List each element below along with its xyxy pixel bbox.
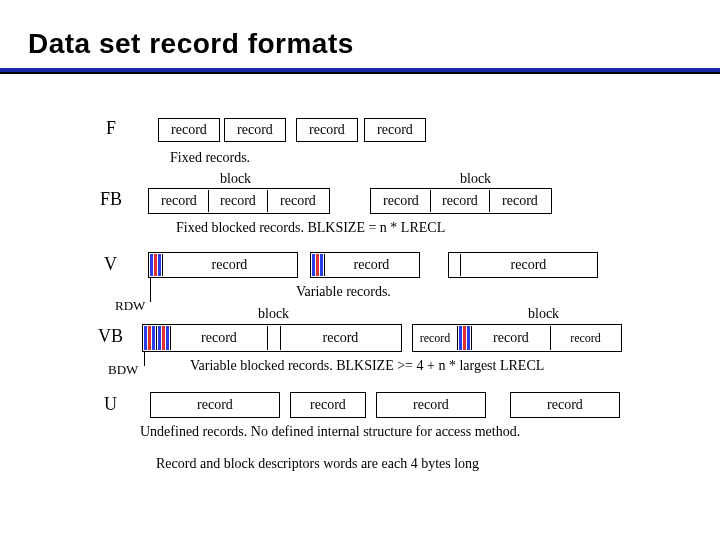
vb-b2-sep-a [457, 326, 458, 350]
vb-rdw-blue-1b [166, 326, 169, 350]
fb-block-label-2: block [460, 171, 491, 187]
fb-b1-record-2: record [209, 190, 267, 212]
vb-b2-record-b: record [472, 326, 550, 350]
bdw-connector [144, 352, 145, 366]
rdw-connector [150, 278, 151, 302]
vb-rdw-blue-1a [158, 326, 161, 350]
vb-block-label-1: block [258, 306, 289, 322]
fb-b2-record-1: record [372, 190, 430, 212]
v-rdw-blue-1a [150, 254, 153, 276]
vb-bdw-blue-1a [144, 326, 147, 350]
vb-b1-record-1: record [171, 326, 267, 350]
label-fb: FB [100, 189, 122, 210]
fb-b1-record-3: record [268, 190, 328, 212]
vb-rdw-red-1 [162, 326, 165, 350]
u-record-3: record [376, 392, 486, 418]
vb-rdw-red-2 [463, 326, 466, 350]
vb-b2-record-c: record [551, 326, 620, 350]
label-f: F [106, 118, 116, 139]
caption-undefined: Undefined records. No defined internal s… [140, 424, 520, 440]
label-u: U [104, 394, 117, 415]
fb-block-label-1: block [220, 171, 251, 187]
vb-bdw-div-1 [156, 326, 157, 350]
vb-rdw-blue-2b [467, 326, 470, 350]
v-record-3: record [461, 254, 596, 276]
vb-bdw-red-1 [148, 326, 151, 350]
f-record-3: record [296, 118, 358, 142]
u-record-2: record [290, 392, 366, 418]
u-record-4: record [510, 392, 620, 418]
label-v: V [104, 254, 117, 275]
label-bdw: BDW [108, 362, 138, 378]
caption-variable-blocked: Variable blocked records. BLKSIZE >= 4 +… [190, 358, 544, 374]
page-title: Data set record formats [28, 28, 354, 60]
v-record-2: record [325, 254, 418, 276]
f-record-2: record [224, 118, 286, 142]
u-record-1: record [150, 392, 280, 418]
label-vb: VB [98, 326, 123, 347]
title-underline-black [0, 72, 720, 74]
caption-fixed: Fixed records. [170, 150, 250, 166]
v-rdw-blue-1b [158, 254, 161, 276]
caption-variable: Variable records. [296, 284, 391, 300]
caption-fixed-blocked: Fixed blocked records. BLKSIZE = n * LRE… [176, 220, 445, 236]
vb-rdw-blue-2a [459, 326, 462, 350]
vb-bdw-blue-1b [152, 326, 155, 350]
label-rdw: RDW [115, 298, 145, 314]
fb-b1-record-1: record [150, 190, 208, 212]
footnote: Record and block descriptors words are e… [156, 456, 479, 472]
v-rdw-blue-2a [312, 254, 315, 276]
f-record-1: record [158, 118, 220, 142]
vb-block-label-2: block [528, 306, 559, 322]
fb-b2-record-3: record [490, 190, 550, 212]
fb-b2-record-2: record [431, 190, 489, 212]
v-rdw-red-2 [316, 254, 319, 276]
v-record-1: record [163, 254, 296, 276]
v-rdw-blue-2b [320, 254, 323, 276]
vb-b1-record-2: record [281, 326, 400, 350]
vb-b2-record-a: record [413, 326, 457, 350]
vb-b1-sep [267, 326, 268, 350]
v-rdw-red-1 [154, 254, 157, 276]
f-record-4: record [364, 118, 426, 142]
